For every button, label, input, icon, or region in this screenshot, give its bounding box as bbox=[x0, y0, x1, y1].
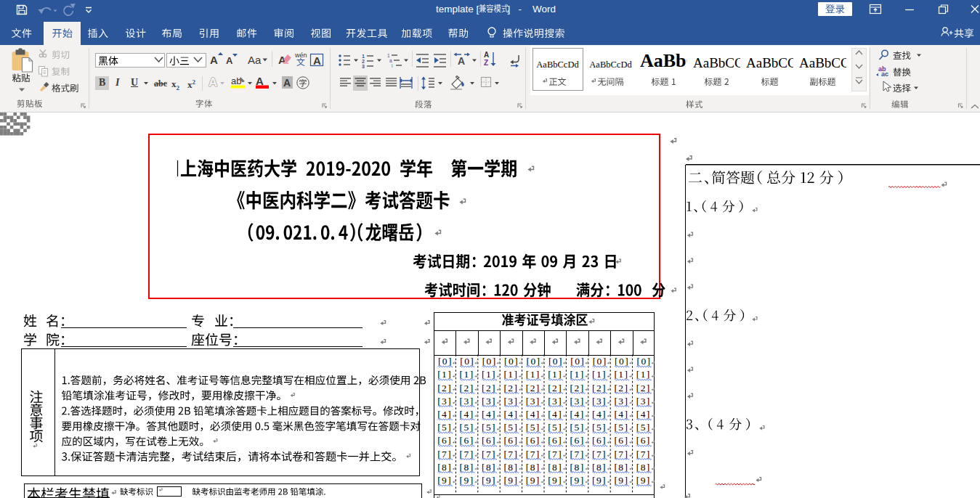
svg-text:2: 2 bbox=[362, 59, 365, 64]
svg-text:i: i bbox=[392, 63, 392, 68]
svg-text:3: 3 bbox=[362, 64, 365, 69]
svg-text:1: 1 bbox=[387, 53, 390, 58]
svg-text:a: a bbox=[389, 58, 392, 63]
svg-text:1: 1 bbox=[362, 54, 365, 59]
